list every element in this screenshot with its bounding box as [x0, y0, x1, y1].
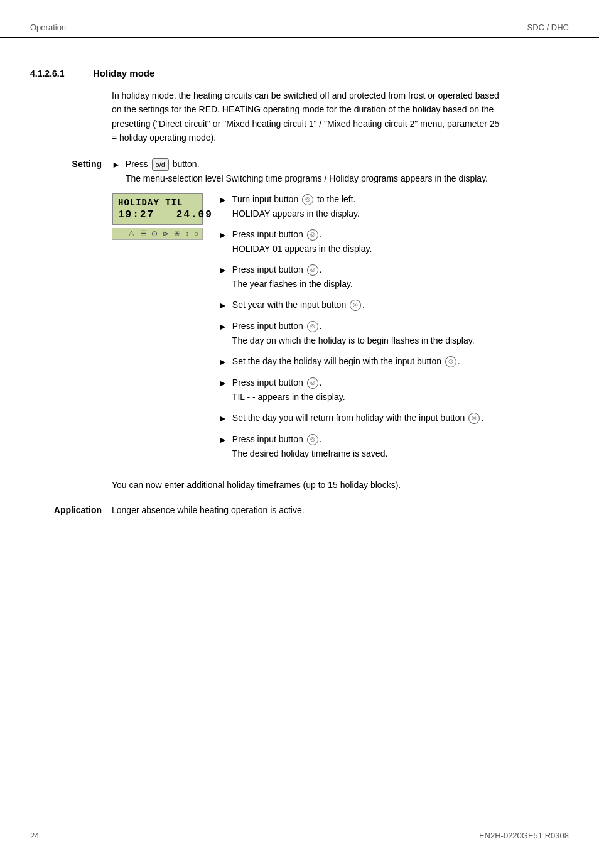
page-header: Operation SDC / DHC	[0, 0, 599, 38]
footer-right: EN2H-0220GE51 R0308	[479, 831, 569, 840]
arrow-8: ►	[219, 377, 227, 390]
arrow-6: ►	[219, 320, 227, 334]
main-instruction-list: ► Turn input button ◎ to the left. HOLID…	[219, 193, 488, 460]
intro-text: In holiday mode, the heating circuits ca…	[112, 89, 501, 145]
arrow-3: ►	[219, 229, 227, 242]
sub-text-4: The year flashes in the display.	[232, 278, 353, 291]
arrow-4: ►	[219, 264, 227, 277]
setting-content: ► Press o/d button. The menu-selection l…	[112, 158, 488, 492]
instruction-item-1: ► Press o/d button. The menu-selection l…	[112, 158, 488, 186]
lcd-icon-1: ☐	[116, 229, 123, 238]
application-text: Longer absence while heating operation i…	[112, 505, 305, 515]
arrow-9: ►	[219, 412, 227, 425]
instruction-item-6: ► Press input button ◎. The day on which…	[219, 320, 488, 347]
header-right: SDC / DHC	[527, 23, 569, 32]
section-title: 4.1.2.6.1 Holiday mode	[30, 68, 569, 79]
lcd-icon-2: ♙	[128, 229, 135, 238]
arrow-10: ►	[219, 433, 227, 447]
side-instructions-col: ► Turn input button ◎ to the left. HOLID…	[219, 193, 488, 468]
instruction-item-3: ► Press input button ◎. HOLIDAY 01 appea…	[219, 228, 488, 256]
section-heading: Holiday mode	[93, 68, 154, 79]
dial-icon-6: ◎	[445, 356, 456, 367]
sub-text-8: TIL - - appears in the display.	[232, 391, 345, 404]
instruction-text-1: Press o/d button. The menu-selection lev…	[126, 158, 488, 186]
dial-icon-5: ◎	[307, 321, 318, 332]
header-left: Operation	[30, 23, 66, 32]
arrow-1: ►	[112, 158, 121, 171]
lcd-icon-6: ✳	[174, 229, 180, 238]
arrow-5: ►	[219, 299, 227, 312]
lcd-icon-8: ○	[194, 229, 198, 238]
lcd-icons: ☐ ♙ ☰ ⊙ ⊳ ✳ ↕ ○	[112, 228, 203, 240]
instruction-text-2: Turn input button ◎ to the left. HOLIDAY…	[232, 193, 360, 220]
page-footer: 24 EN2H-0220GE51 R0308	[0, 816, 599, 855]
arrow-2: ►	[219, 193, 227, 207]
instruction-text-9: Set the day you will return from holiday…	[232, 411, 483, 425]
application-label: Application	[30, 505, 112, 515]
instruction-list: ► Press o/d button. The menu-selection l…	[112, 158, 488, 186]
lcd-icon-3: ☰	[140, 229, 147, 238]
instruction-text-8: Press input button ◎. TIL - - appears in…	[232, 376, 345, 404]
instruction-item-5: ► Set year with the input button ◎.	[219, 298, 488, 312]
dial-icon-8: ◎	[468, 413, 480, 424]
instruction-item-10: ► Press input button ◎. The desired holi…	[219, 433, 488, 460]
instruction-text-5: Set year with the input button ◎.	[232, 298, 365, 312]
instruction-text-3: Press input button ◎. HOLIDAY 01 appears…	[232, 228, 372, 256]
sub-text-6: The day on which the holiday is to begin…	[232, 334, 475, 347]
sub-text-10: The desired holiday timeframe is saved.	[232, 447, 387, 460]
setting-block: Setting ► Press o/d button. The menu-sel…	[30, 158, 569, 492]
dial-icon-2: ◎	[307, 229, 318, 241]
dial-icon-7: ◎	[307, 377, 318, 389]
dial-icon: ◎	[302, 194, 313, 205]
application-block: Application Longer absence while heating…	[30, 505, 569, 515]
instruction-item-8: ► Press input button ◎. TIL - - appears …	[219, 376, 488, 404]
lcd-display: HOLIDAY TIL 19:27 24.09	[112, 193, 203, 225]
footer-left: 24	[30, 831, 39, 840]
side-block: HOLIDAY TIL 19:27 24.09 ☐ ♙ ☰ ⊙ ⊳ ✳ ↕ ○	[112, 193, 488, 468]
kbd-button-icon: o/d	[152, 158, 169, 171]
setting-label: Setting	[30, 158, 112, 492]
sub-text-2: HOLIDAY appears in the display.	[232, 207, 360, 220]
dial-icon-9: ◎	[307, 434, 318, 445]
instruction-text-6: Press input button ◎. The day on which t…	[232, 320, 475, 347]
lcd-icon-4: ⊙	[151, 229, 158, 238]
lcd-display-col: HOLIDAY TIL 19:27 24.09 ☐ ♙ ☰ ⊙ ⊳ ✳ ↕ ○	[112, 193, 219, 240]
instruction-text-4: Press input button ◎. The year flashes i…	[232, 263, 353, 291]
instruction-item-7: ► Set the day the holiday will begin wit…	[219, 355, 488, 369]
lcd-line2: 19:27 24.09	[118, 209, 197, 220]
dial-icon-3: ◎	[307, 264, 318, 276]
lcd-icon-5: ⊳	[163, 229, 169, 238]
main-content: 4.1.2.6.1 Holiday mode In holiday mode, …	[0, 38, 599, 545]
sub-text-1: The menu-selection level Switching time …	[126, 172, 488, 185]
arrow-7: ►	[219, 355, 227, 369]
dial-icon-4: ◎	[350, 300, 361, 311]
instruction-item-4: ► Press input button ◎. The year flashes…	[219, 263, 488, 291]
instruction-item-2: ► Turn input button ◎ to the left. HOLID…	[219, 193, 488, 220]
additional-text: You can now enter additional holiday tim…	[112, 478, 488, 492]
lcd-line1: HOLIDAY TIL	[118, 198, 197, 208]
instruction-text-10: Press input button ◎. The desired holida…	[232, 433, 387, 460]
instruction-text-7: Set the day the holiday will begin with …	[232, 355, 460, 368]
sub-text-3: HOLIDAY 01 appears in the display.	[232, 242, 372, 256]
lcd-icon-7: ↕	[185, 229, 189, 238]
section-number: 4.1.2.6.1	[30, 68, 93, 79]
instruction-item-9: ► Set the day you will return from holid…	[219, 411, 488, 425]
